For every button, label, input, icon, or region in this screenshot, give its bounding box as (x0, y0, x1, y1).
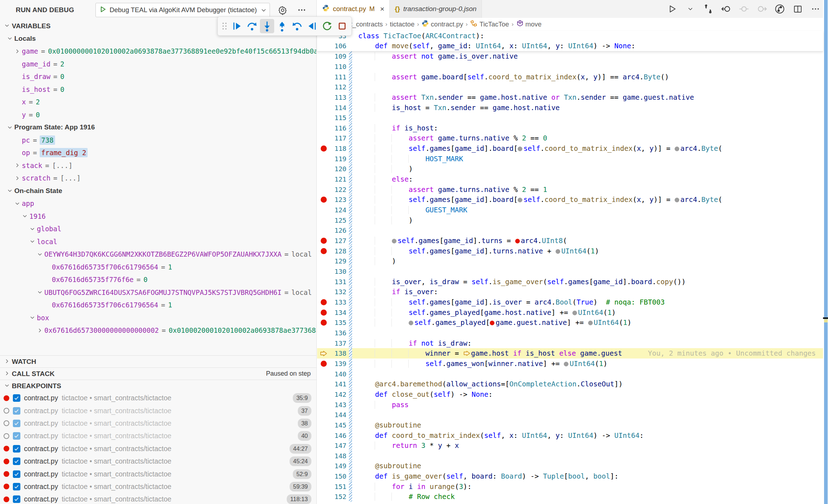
breakpoint-row[interactable]: contract.pytictactoe • smart_contracts/t… (0, 443, 316, 455)
code-line-106[interactable]: 106 def move(self, game_id: UInt64, x: U… (317, 41, 823, 51)
code-line-129[interactable]: 129 ) (317, 256, 823, 267)
code-line-122[interactable]: 122 assert game.turns.native % 2 == 1 (317, 184, 823, 195)
code-line-127[interactable]: 127 self.games[game_id].turns = arc4.UIn… (317, 236, 823, 246)
scope-Program State: App 1916[interactable]: Program State: App 1916 (0, 121, 316, 134)
tab-transaction-group-0.json[interactable]: {}transaction-group-0.json (390, 0, 482, 18)
code-line-134[interactable]: 134 self.games_played[game.host.native] … (317, 307, 823, 318)
breakpoint-candidate-icon[interactable] (572, 311, 577, 315)
breakpoint-checkbox[interactable] (13, 420, 20, 427)
back-circle-icon[interactable] (721, 4, 731, 14)
variable-is_draw[interactable]: is_draw=0 (0, 70, 316, 83)
stop-icon[interactable] (335, 19, 349, 33)
code-line-136[interactable]: 136 (317, 328, 823, 338)
breakpoint-checkbox[interactable] (13, 445, 20, 453)
variable-game[interactable]: game=0x010000000102010002a0693878ae37736… (0, 45, 316, 58)
code-line-148[interactable]: 148 (317, 451, 823, 461)
reverse-continue-icon[interactable] (305, 19, 319, 33)
breakpoint-candidate-icon[interactable] (518, 147, 522, 151)
breakpoint-checkbox[interactable] (13, 432, 20, 440)
code-line-126[interactable]: 126 (317, 226, 823, 236)
code-line-133[interactable]: 133 self.games[game_id].is_over = arc4.B… (317, 297, 823, 307)
breakpoint-row[interactable]: contract.pytictactoe • smart_contracts/t… (0, 430, 316, 442)
code-line-141[interactable]: 141 @arc4.baremethod(allow_actions=[OnCo… (317, 379, 823, 389)
continue-icon[interactable] (230, 19, 244, 33)
breadcrumb-item-tictactoe[interactable]: tictactoe (390, 20, 415, 28)
breakpoint-icon[interactable] (319, 320, 329, 326)
chevron-down-icon[interactable] (35, 252, 44, 257)
code-line-113[interactable]: 113 assert Txn.sender == game.host.nativ… (317, 92, 823, 103)
code-line-128[interactable]: 128 self.games[game_id].turns.native + U… (317, 246, 823, 256)
breakpoint-checkbox[interactable] (13, 407, 20, 415)
code-line-111[interactable]: 111 assert game.board[self.coord_to_matr… (317, 72, 823, 82)
breakpoint-row[interactable]: contract.pytictactoe • smart_contracts/t… (0, 404, 316, 417)
variable-y[interactable]: y=0 (0, 108, 316, 121)
variable-1916[interactable]: 1916 (0, 210, 316, 223)
code-line-114[interactable]: 114 is_host = Txn.sender == game.host.na… (317, 103, 823, 113)
breakpoint-row[interactable]: contract.pytictactoe • smart_contracts/t… (0, 493, 316, 504)
breakpoint-icon[interactable] (319, 145, 329, 152)
breakpoint-row[interactable]: contract.pytictactoe • smart_contracts/t… (0, 417, 316, 430)
breakpoint-candidate-icon[interactable] (588, 321, 593, 325)
code-line-142[interactable]: 142 def close_out(self) -> None: (317, 389, 823, 400)
code-line-138-current[interactable]: 138 winner = game.host if is_host else g… (317, 348, 823, 359)
variable-global[interactable]: global (0, 223, 316, 236)
breakpoint-row[interactable]: contract.pytictactoe • smart_contracts/t… (0, 480, 316, 493)
breakpoint-checkbox[interactable] (13, 470, 20, 478)
current-line-arrow-icon[interactable] (319, 350, 329, 357)
breakpoint-row[interactable]: contract.pytictactoe • smart_contracts/t… (0, 468, 316, 480)
breakpoint-candidate-icon[interactable] (392, 239, 396, 243)
code-line-137[interactable]: 137 if not is_draw: (317, 338, 823, 349)
code-line-144[interactable]: 144 (317, 410, 823, 420)
code-line-120[interactable]: 120 ) (317, 164, 823, 174)
inline-breakpoint-icon[interactable] (515, 239, 520, 243)
code-line-132[interactable]: 132 if is_over: (317, 287, 823, 297)
step-over-icon[interactable] (245, 19, 259, 33)
breakpoint-icon[interactable] (319, 197, 329, 203)
chevron-down-icon[interactable] (5, 36, 14, 41)
code-line-145[interactable]: 145 @subroutine (317, 420, 823, 430)
restart-icon[interactable] (320, 19, 334, 33)
code-line-110[interactable]: 110 (317, 61, 823, 72)
breakpoint-row[interactable]: contract.pytictactoe • smart_contracts/t… (0, 392, 316, 404)
chevron-right-icon[interactable] (13, 49, 22, 54)
code-line-152[interactable]: 152 # Row check (317, 492, 823, 502)
variable-game_id[interactable]: game_id=2 (0, 58, 316, 70)
variable-pc[interactable]: pc=738 (0, 134, 316, 147)
variable-is_host[interactable]: is_host=0 (0, 83, 316, 96)
step-into-icon[interactable] (260, 19, 274, 33)
breakpoint-candidate-icon[interactable] (675, 147, 679, 151)
breakpoint-candidate-icon[interactable] (409, 321, 413, 325)
chevron-right-icon[interactable] (13, 176, 22, 181)
code-line-125[interactable]: 125 ) (317, 215, 823, 226)
variable-local[interactable]: local (0, 235, 316, 248)
drag-handle-icon[interactable] (220, 19, 229, 33)
breakpoint-candidate-icon[interactable] (675, 198, 679, 202)
code-line-131[interactable]: 131 is_over, is_draw = self.is_game_over… (317, 277, 823, 287)
variable-scratch[interactable]: scratch=[...] (0, 172, 316, 185)
launch-config-dropdown[interactable]: Debug TEAL via AlgoKit AVM Debugger (tic… (95, 3, 270, 17)
code-line-33[interactable]: 33class TicTacToe(ARC4Contract): (317, 31, 823, 41)
run-icon[interactable] (667, 4, 678, 14)
breadcrumb-item-contract.py[interactable]: contract.py (422, 20, 463, 29)
step-out-icon[interactable] (275, 19, 289, 33)
variable-op[interactable]: op=frame_dig 2 (0, 147, 316, 159)
chevron-right-icon[interactable] (35, 328, 44, 333)
breadcrumb-item-move[interactable]: move (516, 20, 542, 29)
code-area[interactable]: 109 assert not game.is_over.native110111… (317, 51, 823, 504)
variable-stack[interactable]: stack=[...] (0, 159, 316, 172)
code-line-147[interactable]: 147 return 3 * y + x (317, 440, 823, 451)
breakpoint-icon[interactable] (319, 238, 329, 244)
chevron-down-icon[interactable] (5, 188, 14, 193)
chevron-down-icon[interactable] (13, 201, 22, 206)
variable-UBUTQ6FOG5ZWRCI64DUSX7SA6FOGMUJ7STNQVPAJ5KS7STJVBRQ5GHDH6I[interactable]: UBUTQ6FOG5ZWRCI64DUSX7SA6FOGMUJ7STNQVPAJ… (0, 286, 316, 299)
breakpoint-checkbox[interactable] (13, 495, 20, 503)
code-line-151[interactable]: 151 for i in urange(3): (317, 481, 823, 492)
tab-contract.py[interactable]: contract.pyM× (317, 0, 390, 18)
watch-section-header[interactable]: WATCH (0, 355, 316, 367)
step-back-icon[interactable] (290, 19, 304, 33)
code-line-150[interactable]: 150 def is_game_over(self, board: Board)… (317, 471, 823, 481)
git-graph-icon[interactable] (774, 4, 785, 14)
code-line-117[interactable]: 117 assert game.turns.native % 2 == 0 (317, 133, 823, 144)
variable-0x67616d65735f776f6e[interactable]: 0x67616d65735f776f6e=0 (0, 273, 316, 286)
variable-app[interactable]: app (0, 197, 316, 210)
